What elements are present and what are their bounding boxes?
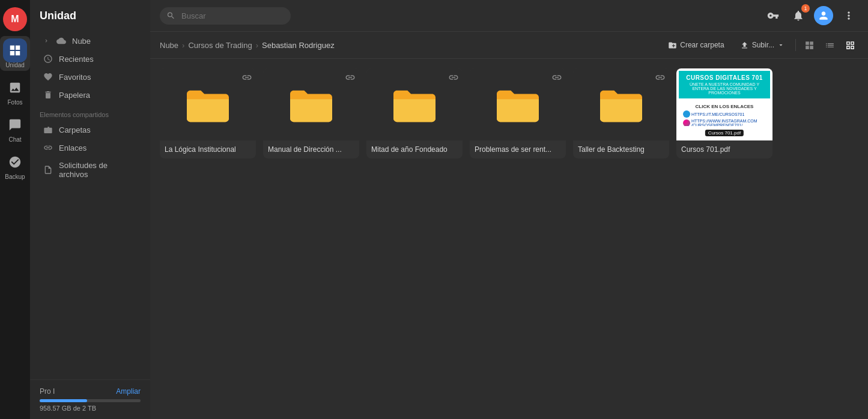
- header: 1: [150, 0, 868, 32]
- upload-icon: [740, 41, 749, 50]
- pdf-footer: Cursos 701.pdf: [705, 130, 744, 136]
- file-thumb-2: [263, 68, 359, 140]
- file-thumb-pdf: CURSOS DIGITALES 701 ÚNETE A NUESTRA COM…: [676, 68, 772, 140]
- search-icon: [166, 11, 175, 20]
- sidebar-item-nube[interactable]: Nube: [34, 32, 147, 50]
- chat-icon[interactable]: [3, 113, 27, 137]
- main-content: 1 Nube › Cursos de Trading › Sebastian R…: [150, 0, 868, 419]
- files-area: La Lógica Institucional Manual de Direcc…: [150, 59, 868, 419]
- nav-item-fotos[interactable]: Fotos: [0, 73, 30, 108]
- storage-plan-label: Pro I: [40, 387, 55, 396]
- nav-label-backup: Backup: [5, 174, 25, 180]
- user-menu-avatar[interactable]: [814, 6, 833, 25]
- nav-bar: M Unidad Fotos Chat Backup: [0, 0, 30, 419]
- file-card-pdf[interactable]: CURSOS DIGITALES 701 ÚNETE A NUESTRA COM…: [676, 68, 772, 158]
- file-name-2: Manual de Dirección ...: [263, 140, 359, 158]
- storage-section: Pro I Ampliar 958.57 GB de 2 TB: [30, 379, 150, 419]
- file-thumb-4: [470, 68, 566, 140]
- create-folder-button[interactable]: Crear carpeta: [662, 38, 730, 53]
- pdf-cta: CLICK EN LOS ENLACES: [683, 104, 766, 109]
- key-button[interactable]: [763, 6, 783, 25]
- file-name-4: Problemas de ser rent...: [470, 140, 566, 158]
- nav-item-backup[interactable]: Backup: [0, 148, 30, 182]
- sidebar-item-recientes[interactable]: Recientes: [34, 50, 147, 68]
- breadcrumb-sep-2: ›: [256, 41, 258, 50]
- pdf-link2: HTTPS://WWW.INSTAGRAM.COM /CURSOSEMPREND…: [691, 119, 766, 126]
- file-name-5: Taller de Backtesting: [573, 140, 669, 158]
- folder-icon-4: [497, 86, 539, 122]
- sidebar-item-enlaces[interactable]: Enlaces: [34, 139, 147, 157]
- folder-icon-5: [600, 86, 642, 122]
- avatar-icon: [818, 10, 830, 22]
- key-icon: [767, 10, 779, 22]
- file-name-3: Mitad de año Fondeado: [366, 140, 463, 158]
- nav-label-fotos: Fotos: [7, 100, 22, 106]
- window-view-icon: [804, 40, 815, 50]
- breadcrumb-sebastian: Sebastian Rodriguez: [262, 41, 335, 50]
- upload-button[interactable]: Subir...: [734, 38, 791, 53]
- sidebar-label-nube: Nube: [72, 37, 91, 46]
- file-name-1: La Lógica Institucional: [160, 140, 256, 158]
- upload-dropdown-icon: [777, 41, 785, 49]
- more-options-button[interactable]: [839, 6, 858, 25]
- view-toggle-window[interactable]: [801, 37, 818, 53]
- nav-item-chat[interactable]: Chat: [0, 110, 30, 145]
- pdf-title: CURSOS DIGITALES 701: [682, 74, 766, 81]
- link-icon-3: [448, 72, 459, 83]
- file-card-1[interactable]: La Lógica Institucional: [160, 68, 256, 158]
- more-icon: [843, 10, 855, 22]
- folder-icon-3: [393, 86, 436, 122]
- file-thumb-5: [573, 68, 669, 140]
- sidebar-item-papelera[interactable]: Papelera: [34, 86, 147, 104]
- breadcrumb-nube[interactable]: Nube: [160, 41, 178, 50]
- folder-icon-1: [187, 86, 229, 122]
- header-actions: 1: [763, 6, 858, 25]
- unidad-icon[interactable]: [3, 38, 27, 62]
- file-card-2[interactable]: Manual de Dirección ...: [263, 68, 359, 158]
- sidebar-item-solicitudes[interactable]: Solicitudes de archivos: [34, 157, 147, 183]
- fotos-icon[interactable]: [3, 76, 27, 100]
- list-view-icon: [825, 40, 835, 50]
- toolbar: Nube › Cursos de Trading › Sebastian Rod…: [150, 32, 868, 59]
- sidebar-item-carpetas[interactable]: Carpetas: [34, 121, 147, 139]
- storage-bar-bg: [40, 399, 141, 402]
- backup-icon[interactable]: [3, 150, 27, 174]
- notification-badge: 1: [801, 4, 810, 13]
- file-card-3[interactable]: Mitad de año Fondeado: [366, 68, 463, 158]
- link-icon-5: [655, 72, 666, 83]
- sidebar-label-carpetas: Carpetas: [59, 125, 91, 134]
- file-thumb-3: [366, 68, 463, 140]
- toolbar-divider-1: [795, 39, 796, 51]
- search-input[interactable]: [160, 7, 291, 25]
- view-toggle-grid[interactable]: [842, 37, 858, 53]
- notification-button[interactable]: 1: [789, 6, 808, 25]
- storage-upgrade-button[interactable]: Ampliar: [116, 387, 141, 396]
- nav-item-unidad[interactable]: Unidad: [0, 36, 30, 71]
- files-grid: La Lógica Institucional Manual de Direcc…: [160, 68, 858, 158]
- sidebar-label-solicitudes: Solicitudes de archivos: [59, 161, 137, 179]
- sidebar-item-favoritos[interactable]: Favoritos: [34, 68, 147, 86]
- storage-bar-fill: [40, 399, 87, 402]
- sidebar-label-recientes: Recientes: [59, 55, 94, 64]
- sidebar-title: Unidad: [30, 10, 150, 32]
- pdf-link1: HTTPS://T.ME/CURSOS701: [691, 112, 744, 116]
- view-toggle-list[interactable]: [821, 37, 838, 53]
- nav-avatar[interactable]: M: [0, 5, 30, 34]
- storage-usage-text: 958.57 GB de 2 TB: [40, 405, 141, 412]
- file-card-4[interactable]: Problemas de ser rent...: [470, 68, 566, 158]
- link-icon-2: [345, 72, 356, 83]
- sidebar-label-favoritos: Favoritos: [59, 73, 91, 82]
- user-avatar[interactable]: M: [3, 7, 27, 31]
- link-icon-4: [551, 72, 562, 83]
- nav-label-chat: Chat: [8, 137, 21, 143]
- sidebar: Unidad Nube Recientes Favoritos Papelera…: [30, 0, 150, 419]
- breadcrumb-cursos[interactable]: Cursos de Trading: [188, 41, 252, 50]
- file-name-pdf: Cursos 701.pdf: [676, 140, 772, 158]
- pdf-preview: CURSOS DIGITALES 701 ÚNETE A NUESTRA COM…: [679, 71, 770, 138]
- create-folder-icon: [668, 41, 677, 50]
- shared-section-label: Elementos compartidos: [30, 104, 150, 121]
- file-card-5[interactable]: Taller de Backtesting: [573, 68, 669, 158]
- grid-view-icon: [845, 40, 855, 50]
- breadcrumb-sep-1: ›: [182, 41, 184, 50]
- pdf-subtitle: ÚNETE A NUESTRA COMUNIDAD Y ENTERA DE LA…: [682, 82, 766, 95]
